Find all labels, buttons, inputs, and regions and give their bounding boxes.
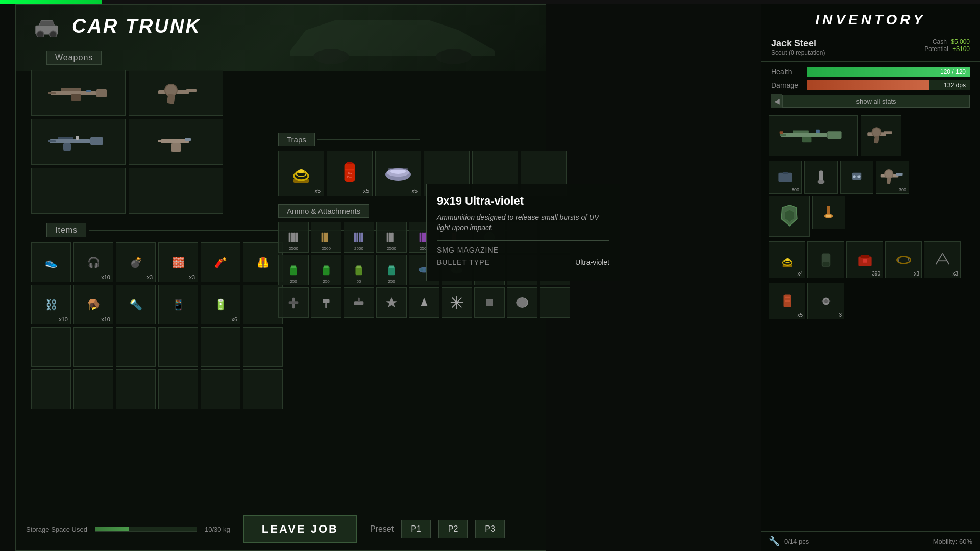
item-slot-14[interactable] [74, 327, 113, 367]
item-slot-1[interactable]: 👟 [31, 242, 71, 282]
inv-weapon-slot-1[interactable] [769, 115, 858, 156]
svg-rect-8 [48, 92, 56, 94]
trap-slot-1[interactable]: x5 [278, 151, 324, 196]
inv-weapons-row [761, 113, 980, 159]
item-slot-19[interactable] [31, 369, 71, 409]
weapon-slot-4[interactable] [129, 119, 223, 165]
item-slot-3[interactable]: 💣x3 [116, 242, 156, 282]
ammo-slot-1-2[interactable]: 2500 [311, 222, 341, 253]
item-slot-12[interactable] [243, 285, 283, 324]
leave-job-button[interactable]: LEAVE JOB [243, 515, 357, 543]
item-slot-18[interactable] [243, 327, 283, 367]
item-slot-23[interactable] [201, 369, 240, 409]
item-slot-6[interactable]: 🦺 [243, 242, 283, 282]
inventory-title: INVENTORY [761, 4, 980, 36]
ammo-slot-1-4[interactable]: 2500 [376, 222, 407, 253]
inv-item-2-3[interactable] [840, 161, 873, 194]
potential-amount: +$100 [952, 45, 970, 53]
svg-rect-20 [58, 137, 74, 139]
svg-rect-23 [171, 143, 181, 152]
svg-rect-54 [422, 233, 424, 242]
weapon-slot-5[interactable] [31, 168, 126, 214]
svg-rect-42 [296, 233, 298, 242]
item-slot-4[interactable]: 🧱x3 [158, 242, 198, 282]
inv-bottom-1[interactable]: x4 [769, 241, 805, 278]
ammo-slot-3-6[interactable] [442, 287, 472, 318]
item-slot-20[interactable] [74, 369, 113, 409]
svg-rect-47 [356, 233, 358, 242]
ammo-slot-1-3[interactable]: 2500 [344, 222, 374, 253]
health-bar: 120 / 120 [807, 67, 970, 77]
ammo-slot-2-3[interactable]: 50 [344, 255, 374, 285]
inv-item-2-2[interactable] [804, 161, 838, 194]
ammo-slot-2-1[interactable]: 250 [278, 255, 309, 285]
preset-p3-button[interactable]: P3 [475, 520, 505, 538]
inv-bottom-2[interactable] [807, 241, 844, 278]
svg-point-102 [853, 175, 856, 178]
ammo-slot-3-5[interactable] [409, 287, 439, 318]
item-slot-8[interactable]: 🪤x10 [74, 285, 113, 324]
svg-line-124 [942, 253, 949, 264]
inv-item-2-1[interactable]: 800 [769, 161, 802, 194]
svg-rect-74 [289, 301, 299, 304]
ammo-slot-2-4[interactable]: 250 [376, 255, 407, 285]
trap-slot-2[interactable]: Fire Proof x5 [327, 151, 373, 196]
item-slot-21[interactable] [116, 369, 156, 409]
chevron-left-button[interactable]: ◀ [771, 94, 782, 108]
svg-rect-52 [391, 233, 394, 242]
ammo-slot-3-9[interactable] [540, 287, 570, 318]
ammo-slot-3-4[interactable] [376, 287, 407, 318]
inv-armor-slot[interactable] [769, 196, 810, 237]
ammo-slot-3-8[interactable] [507, 287, 537, 318]
svg-rect-32 [345, 169, 354, 170]
item-slot-11[interactable]: 🔋x6 [201, 285, 240, 324]
item-slot-5[interactable]: 🧨 [201, 242, 240, 282]
svg-rect-39 [289, 233, 291, 242]
inv-bottom-6[interactable]: x5 [769, 283, 805, 319]
damage-label: Damage [771, 81, 807, 89]
preset-p1-button[interactable]: P1 [401, 520, 431, 538]
item-slot-10[interactable]: 📱 [158, 285, 198, 324]
item-slot-22[interactable] [158, 369, 198, 409]
ammo-slot-3-7[interactable] [474, 287, 505, 318]
inv-bottom-4[interactable]: x3 [885, 241, 922, 278]
mobility-label: Mobility: 60% [933, 538, 972, 545]
inv-bottom-5[interactable]: x3 [924, 241, 961, 278]
svg-rect-88 [780, 134, 786, 136]
svg-point-69 [421, 268, 424, 271]
ammo-slot-3-2[interactable] [311, 287, 341, 318]
ammo-slot-3-3[interactable] [344, 287, 374, 318]
svg-rect-78 [358, 298, 360, 302]
show-all-stats-button[interactable]: show all stats [782, 95, 970, 108]
weapon-slot-1[interactable] [31, 70, 126, 116]
weapon-slot-3[interactable] [31, 119, 126, 165]
weapon-slot-6[interactable] [129, 168, 223, 214]
inv-flashlight-slot[interactable] [812, 196, 845, 229]
svg-rect-15 [186, 89, 197, 92]
svg-rect-41 [293, 233, 296, 242]
item-slot-17[interactable] [201, 327, 240, 367]
item-slot-7[interactable]: ⛓️x10 [31, 285, 71, 324]
item-slot-13[interactable] [31, 327, 71, 367]
trap-slot-3[interactable]: x5 [375, 151, 421, 196]
item-slot-16[interactable] [158, 327, 198, 367]
svg-rect-107 [896, 173, 903, 176]
ammo-slot-3-1[interactable] [278, 287, 309, 318]
ammo-slot-2-2[interactable]: 250 [311, 255, 341, 285]
ammo-label: Ammo & Attachments [278, 204, 369, 218]
inv-item-2-4[interactable]: 300 [876, 161, 909, 194]
tooltip-stat-1: SMG MAGAZINE [437, 246, 609, 254]
svg-rect-98 [783, 172, 788, 174]
potential-label: Potential [924, 45, 948, 53]
inv-bottom-3[interactable]: 390 [846, 241, 883, 278]
ammo-slot-1-1[interactable]: 2500 [278, 222, 309, 253]
inv-bottom-7[interactable]: 3 [807, 283, 844, 319]
inv-weapon-slot-2[interactable] [861, 115, 901, 156]
svg-rect-67 [389, 266, 394, 268]
item-slot-15[interactable] [116, 327, 156, 367]
item-slot-2[interactable]: 🎧x10 [74, 242, 113, 282]
item-slot-24[interactable] [243, 369, 283, 409]
preset-p2-button[interactable]: P2 [438, 520, 468, 538]
item-slot-9[interactable]: 🔦 [116, 285, 156, 324]
weapon-slot-2[interactable] [129, 70, 223, 116]
